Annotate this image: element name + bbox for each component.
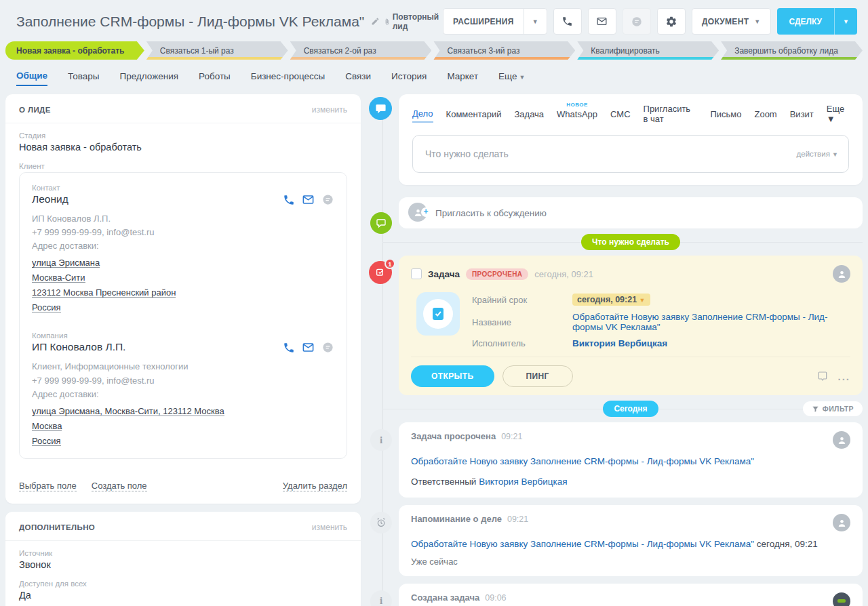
address-link[interactable]: улица Эрисмана, Москва-Сити, 123112 Моск…	[32, 407, 224, 416]
address-link[interactable]: Москва-Сити	[32, 273, 85, 283]
composer-tab-task[interactable]: Задача	[514, 109, 544, 122]
edit-title-icon[interactable]	[371, 17, 380, 26]
address-link[interactable]: Москва	[32, 422, 62, 431]
funnel-icon	[812, 405, 819, 413]
deadline-chip[interactable]: сегодня, 09:21 ▼	[572, 294, 650, 306]
task-name-link[interactable]: Обработайте Новую заявку Заполнение CRM-…	[572, 312, 850, 332]
phone-icon[interactable]	[283, 194, 295, 206]
tab-history[interactable]: История	[391, 71, 427, 85]
avatar	[833, 431, 850, 449]
envelope-icon[interactable]	[302, 341, 315, 354]
company-block: Компания ИП Коновалов Л.П. Клиент, Инфор…	[32, 322, 334, 447]
tab-general[interactable]: Общие	[16, 70, 47, 86]
create-field-link[interactable]: Создать поле	[92, 481, 147, 491]
delete-section-link[interactable]: Удалить раздел	[283, 481, 347, 491]
composer-tab-letter[interactable]: Письмо	[710, 109, 741, 122]
client-box: Контакт Леонид ИП Коновалов Л.П. +7 999 …	[19, 172, 347, 459]
stage-value[interactable]: Новая заявка - обработать	[19, 142, 347, 153]
chevron-down-icon: ▼	[754, 18, 760, 25]
call-button[interactable]	[553, 8, 582, 35]
stage-new[interactable]: Новая заявка - обработать	[5, 41, 144, 60]
address-link[interactable]: 123112 Москва Пресненский район	[32, 288, 176, 298]
chevron-down-icon[interactable]: ▼	[524, 18, 547, 25]
assignee-link[interactable]: Виктория Вербицкая	[572, 338, 667, 348]
responsible-link[interactable]: Виктория Вербицкая	[479, 477, 567, 487]
email-button[interactable]	[588, 8, 616, 35]
composer-tab-more[interactable]: Еще ▼	[827, 104, 849, 127]
actions-dropdown[interactable]: действия ▼	[797, 150, 838, 158]
composer-tab-visit[interactable]: Визит	[790, 109, 814, 122]
invite-row[interactable]: + Пригласить к обсуждению	[399, 197, 863, 228]
invite-avatar-icon: +	[408, 203, 429, 223]
extensions-button[interactable]: РАСШИРЕНИЯ ▼	[443, 8, 547, 35]
stage-contact-3[interactable]: Связаться 3-ий раз	[433, 41, 575, 60]
tab-market[interactable]: Маркет	[447, 71, 478, 85]
chevron-down-icon[interactable]: ▼	[835, 18, 857, 25]
overdue-badge: ПРОСРОЧЕНА	[466, 268, 528, 280]
address-link[interactable]: Россия	[32, 303, 61, 312]
info-icon: i	[370, 429, 392, 451]
todo-input[interactable]	[412, 135, 849, 173]
lead-details-column: О ЛИДЕ изменить Стадия Новая заявка - об…	[5, 94, 361, 606]
stage-finish[interactable]: Завершить обработку лида	[721, 41, 863, 60]
phone-icon[interactable]	[283, 342, 295, 354]
composer-tab-zoom[interactable]: Zoom	[754, 109, 776, 122]
tab-more[interactable]: Еще▼	[498, 71, 525, 85]
stage-qualify[interactable]: Квалифицировать	[577, 41, 719, 60]
about-lead-card: О ЛИДЕ изменить Стадия Новая заявка - об…	[5, 94, 361, 504]
tab-products[interactable]: Товары	[68, 71, 99, 85]
envelope-icon[interactable]	[302, 193, 315, 206]
edit-section-link[interactable]: изменить	[312, 523, 347, 532]
timeline-column: Дело Комментарий Задача НОВОЕWhatsApp СМ…	[369, 94, 863, 606]
settings-button[interactable]	[657, 8, 686, 35]
repeat-lead-badge[interactable]: Повторный лид	[384, 12, 443, 31]
composer-tabs: Дело Комментарий Задача НОВОЕWhatsApp СМ…	[412, 104, 849, 135]
ping-button[interactable]: ПИНГ	[502, 365, 573, 387]
todo-pill[interactable]: Что нужно сделать	[581, 234, 680, 250]
entry-link[interactable]: Обработайте Новую заявку Заполнение CRM-…	[411, 539, 754, 549]
tab-links[interactable]: Связи	[345, 71, 371, 85]
stage-bar: Новая заявка - обработать Связаться 1-ый…	[0, 41, 868, 60]
composer-tab-comment[interactable]: Комментарий	[446, 109, 502, 122]
open-task-button[interactable]: ОТКРЫТЬ	[411, 365, 494, 387]
activity-bubble-icon	[369, 97, 392, 120]
task-checkbox[interactable]	[411, 268, 422, 279]
page-title: Заполнение CRM-формы - Лид-формы VK Рекл…	[16, 14, 364, 30]
address-link[interactable]: улица Эрисмана	[32, 258, 100, 268]
stage-contact-1[interactable]: Связаться 1-ый раз	[146, 41, 288, 60]
lead-tabs: Общие Товары Предложения Роботы Бизнес-п…	[0, 60, 868, 94]
chevron-down-icon: ▼	[519, 74, 526, 81]
note-icon[interactable]	[817, 371, 828, 382]
create-deal-button[interactable]: СДЕЛКУ ▼	[777, 8, 858, 35]
filter-button[interactable]: ФИЛЬТР	[803, 401, 863, 416]
bot-avatar	[833, 592, 850, 606]
tab-robots[interactable]: Роботы	[199, 71, 231, 85]
select-field-link[interactable]: Выбрать поле	[19, 481, 77, 491]
messenger-icon[interactable]	[321, 193, 334, 206]
task-type-label[interactable]: Задача	[428, 269, 460, 279]
messenger-button[interactable]	[623, 8, 651, 35]
avatar	[833, 514, 850, 531]
edit-section-link[interactable]: изменить	[312, 105, 347, 115]
timeline-entry: i Задача просрочена 09:21 Обработайте Но…	[399, 422, 863, 498]
chevron-down-icon: ▼	[827, 114, 835, 124]
composer-tab-invite-chat[interactable]: Пригласить в чат	[644, 104, 698, 127]
composer-tab-sms[interactable]: СМС	[610, 109, 630, 122]
entry-link[interactable]: Обработайте Новую заявку Заполнение CRM-…	[411, 456, 754, 466]
task-tile-icon	[416, 292, 460, 336]
messenger-icon[interactable]	[321, 341, 334, 354]
tab-bizproc[interactable]: Бизнес-процессы	[251, 71, 325, 85]
field-label: Клиент	[19, 162, 347, 170]
today-pill[interactable]: Сегодня	[603, 401, 658, 417]
composer-tab-deal[interactable]: Дело	[412, 108, 433, 123]
alarm-icon	[370, 512, 392, 533]
composer-tab-whatsapp[interactable]: НОВОЕWhatsApp	[557, 109, 597, 122]
composer-row: Дело Комментарий Задача НОВОЕWhatsApp СМ…	[399, 94, 863, 185]
tab-quotes[interactable]: Предложения	[120, 71, 179, 85]
task-card: Задача ПРОСРОЧЕНА сегодня, 09:21 Крайний…	[399, 256, 863, 395]
document-button[interactable]: ДОКУМЕНТ ▼	[692, 8, 771, 35]
address-link[interactable]: Россия	[32, 437, 61, 446]
stage-contact-2[interactable]: Связаться 2-ой раз	[290, 41, 432, 60]
more-actions-button[interactable]: ...	[837, 371, 850, 382]
info-icon: i	[370, 590, 392, 606]
